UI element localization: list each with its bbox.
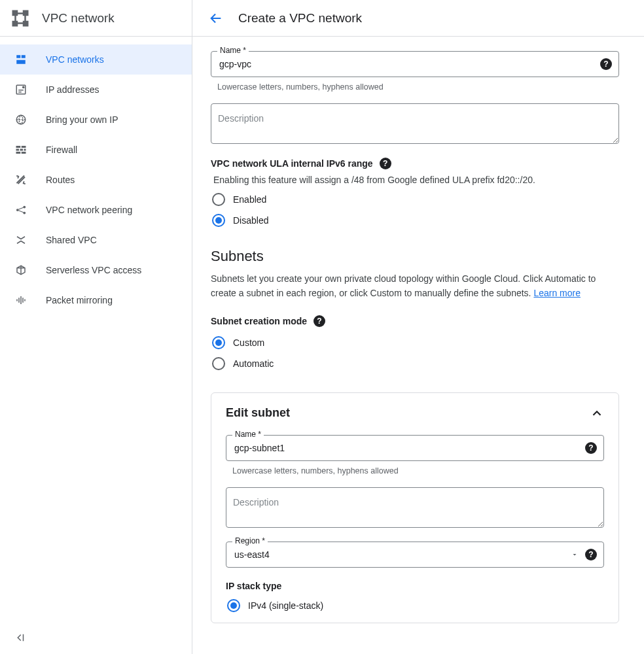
radio-icon: [212, 357, 225, 370]
radio-icon: [212, 193, 225, 206]
radio-label: Custom: [233, 337, 264, 348]
svg-rect-7: [24, 15, 26, 22]
sidebar-item-firewall[interactable]: Firewall: [0, 135, 192, 165]
peering-icon: [14, 203, 27, 216]
svg-point-22: [23, 206, 26, 209]
svg-rect-8: [16, 55, 20, 58]
sidebar-item-packet-mirroring[interactable]: Packet mirroring: [0, 285, 192, 315]
main-header: Create a VPC network: [192, 0, 644, 37]
vpc-logo-icon: [10, 9, 30, 28]
subnet-mode-label-text: Subnet creation mode: [211, 316, 307, 326]
sidebar-item-peering[interactable]: VPC network peering: [0, 195, 192, 225]
region-label: Region *: [232, 536, 268, 545]
description-field: [211, 103, 619, 146]
radio-label: Disabled: [233, 215, 268, 226]
svg-rect-14: [16, 146, 21, 148]
ip-stack-label: IP stack type: [226, 581, 604, 591]
svg-rect-6: [14, 15, 16, 22]
subnet-card-header: Edit subnet: [226, 406, 604, 421]
subnet-name-input[interactable]: [234, 436, 585, 460]
sidebar-header: VPC network: [0, 0, 192, 37]
nav-label: VPC networks: [46, 54, 104, 65]
help-icon[interactable]: ?: [380, 158, 391, 169]
ula-label-text: VPC network ULA internal IPv6 range: [211, 158, 373, 169]
svg-rect-24: [20, 296, 22, 304]
subnet-name-label: Name *: [232, 430, 264, 439]
svg-rect-27: [16, 300, 18, 301]
page-title: Create a VPC network: [238, 11, 362, 26]
svg-rect-2: [12, 20, 18, 26]
serverless-icon: [14, 264, 27, 277]
main-content: Create a VPC network Name * ? Lowercase …: [192, 0, 644, 654]
subnet-mode-custom-radio[interactable]: Custom: [211, 332, 619, 353]
edit-subnet-card: Edit subnet Name * ? Lowercase letters, …: [211, 392, 619, 623]
subnets-description: Subnets let you create your own private …: [211, 271, 619, 301]
nav-label: Firewall: [46, 145, 77, 155]
nav-label: Shared VPC: [46, 235, 97, 245]
name-helper-text: Lowercase letters, numbers, hyphens allo…: [217, 82, 619, 92]
region-field: Region * us-east4 ?: [226, 542, 604, 568]
subnet-mode-label: Subnet creation mode ?: [211, 315, 619, 327]
svg-rect-25: [18, 298, 20, 303]
region-value: us-east4: [234, 549, 571, 560]
radio-label: IPv4 (single-stack): [248, 600, 323, 611]
nav-label: Routes: [46, 175, 75, 185]
svg-rect-28: [24, 300, 26, 301]
svg-rect-16: [16, 149, 20, 151]
sidebar-item-vpc-networks[interactable]: VPC networks: [0, 44, 192, 75]
form-area: Name * ? Lowercase letters, numbers, hyp…: [192, 37, 637, 623]
vpc-networks-icon: [14, 53, 27, 66]
ula-enabled-radio[interactable]: Enabled: [211, 189, 619, 210]
help-icon[interactable]: ?: [585, 549, 597, 560]
radio-icon: [212, 336, 225, 349]
ula-section-label: VPC network ULA internal IPv6 range ?: [211, 158, 619, 169]
subnet-card-title: Edit subnet: [226, 406, 290, 420]
svg-rect-10: [16, 60, 26, 64]
back-button[interactable]: [206, 8, 226, 29]
help-icon[interactable]: ?: [585, 442, 597, 454]
globe-icon: [14, 113, 27, 126]
radio-icon: [212, 214, 225, 227]
name-label: Name *: [217, 46, 249, 55]
name-input[interactable]: [219, 52, 600, 76]
routes-icon: [14, 173, 27, 186]
nav-label: Serverless VPC access: [46, 265, 141, 275]
sidebar-title: VPC network: [42, 11, 115, 26]
dropdown-icon: [571, 551, 579, 559]
ula-description: Enabling this feature will assign a /48 …: [213, 175, 619, 185]
help-icon[interactable]: ?: [600, 58, 612, 70]
sidebar: VPC network VPC networks IP addresses Br…: [0, 0, 192, 654]
subnet-description-input[interactable]: [226, 487, 604, 528]
sidebar-item-ip-addresses[interactable]: IP addresses: [0, 75, 192, 105]
collapse-sidebar-button[interactable]: [14, 632, 26, 644]
sidebar-item-shared-vpc[interactable]: Shared VPC: [0, 225, 192, 255]
help-icon[interactable]: ?: [313, 315, 325, 327]
subnets-heading: Subnets: [211, 248, 619, 265]
sidebar-item-routes[interactable]: Routes: [0, 165, 192, 195]
learn-more-link[interactable]: Learn more: [533, 288, 581, 298]
svg-point-21: [16, 209, 19, 211]
subnet-mode-automatic-radio[interactable]: Automatic: [211, 353, 619, 374]
region-select[interactable]: us-east4 ?: [226, 542, 604, 568]
svg-rect-26: [22, 298, 24, 303]
nav-label: IP addresses: [46, 84, 99, 95]
svg-rect-18: [24, 149, 26, 151]
subnet-name-helper: Lowercase letters, numbers, hyphens allo…: [232, 466, 604, 475]
ula-disabled-radio[interactable]: Disabled: [211, 210, 619, 231]
nav-list: VPC networks IP addresses Bring your own…: [0, 37, 192, 315]
subnet-description-field: [226, 487, 604, 530]
sidebar-item-byoip[interactable]: Bring your own IP: [0, 105, 192, 135]
svg-rect-9: [22, 55, 26, 58]
svg-rect-20: [22, 152, 26, 154]
svg-rect-3: [23, 20, 29, 26]
svg-rect-19: [16, 152, 21, 154]
radio-label: Enabled: [233, 194, 266, 205]
packet-mirroring-icon: [14, 294, 27, 307]
ip-stack-ipv4-radio[interactable]: IPv4 (single-stack): [226, 595, 604, 616]
sidebar-item-serverless-vpc[interactable]: Serverless VPC access: [0, 255, 192, 285]
description-input[interactable]: [211, 103, 619, 144]
name-field: Name * ?: [211, 51, 619, 77]
shared-vpc-icon: [14, 233, 27, 247]
svg-rect-17: [20, 149, 24, 151]
chevron-up-icon[interactable]: [590, 406, 604, 421]
